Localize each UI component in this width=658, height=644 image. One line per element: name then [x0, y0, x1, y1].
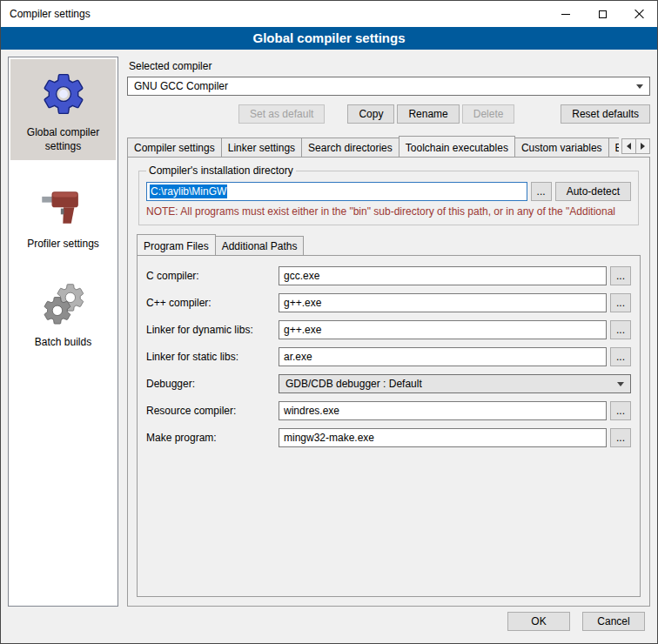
static-linker-input[interactable] — [279, 347, 607, 366]
make-program-browse-button[interactable]: ... — [610, 428, 631, 447]
selected-compiler-dropdown[interactable]: GNU GCC Compiler — [127, 77, 650, 96]
minimize-icon — [561, 14, 570, 15]
gray-gears-icon — [37, 278, 90, 330]
resource-compiler-input[interactable] — [279, 401, 607, 420]
sidebar-item-label: Profiler settings — [27, 238, 99, 252]
form-row-c-compiler: C compiler: ... — [146, 266, 631, 285]
program-files-tabs: Program Files Additional Paths — [137, 234, 641, 255]
sidebar-item-batch-builds[interactable]: Batch builds — [10, 269, 116, 357]
cpp-compiler-browse-button[interactable]: ... — [610, 293, 631, 312]
tab-additional-paths[interactable]: Additional Paths — [215, 236, 305, 255]
make-program-input[interactable] — [279, 428, 607, 447]
form-row-make-program: Make program: ... — [146, 428, 631, 447]
program-files-panel: C compiler: ... C++ compiler: ... Linker… — [137, 255, 641, 597]
reset-defaults-button[interactable]: Reset defaults — [561, 104, 650, 124]
compiler-settings-tabs: Compiler settings Linker settings Search… — [127, 136, 650, 157]
installation-directory-legend: Compiler's installation directory — [146, 164, 296, 177]
delete-button: Delete — [462, 104, 515, 124]
dynamic-linker-label: Linker for dynamic libs: — [146, 324, 275, 336]
arrow-right-icon — [641, 143, 645, 150]
installation-directory-input[interactable]: C:\raylib\MinGW — [146, 182, 527, 201]
tab-scroll-right-button[interactable] — [635, 138, 650, 154]
maximize-icon — [599, 10, 607, 18]
form-row-cpp-compiler: C++ compiler: ... — [146, 293, 631, 312]
blue-gear-icon — [37, 68, 90, 120]
toolchain-executables-panel: Compiler's installation directory C:\ray… — [127, 157, 650, 607]
installation-directory-group: Compiler's installation directory C:\ray… — [138, 164, 639, 225]
static-linker-label: Linker for static libs: — [146, 351, 275, 363]
selected-compiler-label: Selected compiler — [129, 60, 650, 72]
auto-detect-button[interactable]: Auto-detect — [555, 182, 631, 201]
tab-compiler-settings[interactable]: Compiler settings — [127, 138, 222, 157]
installation-directory-browse-button[interactable]: ... — [531, 182, 552, 201]
tab-search-directories[interactable]: Search directories — [301, 138, 400, 157]
installation-directory-value: C:\raylib\MinGW — [150, 184, 227, 198]
close-icon — [634, 9, 644, 19]
sidebar-item-profiler-settings[interactable]: Profiler settings — [10, 171, 116, 258]
make-program-label: Make program: — [146, 432, 275, 444]
sidebar-item-global-compiler-settings[interactable]: Global compiler settings — [10, 59, 116, 160]
dynamic-linker-browse-button[interactable]: ... — [610, 320, 631, 339]
set-as-default-button: Set as default — [238, 104, 325, 124]
debugger-value: GDB/CDB debugger : Default — [285, 378, 422, 390]
tab-toolchain-executables[interactable]: Toolchain executables — [399, 136, 515, 157]
titlebar: Compiler settings — [1, 1, 657, 27]
c-compiler-label: C compiler: — [146, 270, 275, 282]
debugger-dropdown[interactable]: GDB/CDB debugger : Default — [279, 374, 631, 393]
selected-compiler-value: GNU GCC Compiler — [134, 80, 228, 92]
form-row-debugger: Debugger: GDB/CDB debugger : Default — [146, 374, 631, 393]
settings-sidebar: Global compiler settings Profiler settin… — [8, 57, 118, 607]
copy-button[interactable]: Copy — [347, 104, 394, 124]
close-button[interactable] — [621, 1, 657, 27]
static-linker-browse-button[interactable]: ... — [610, 347, 631, 366]
form-row-dynamic-linker: Linker for dynamic libs: ... — [146, 320, 631, 339]
tabs-scroller: Compiler settings Linker settings Search… — [127, 136, 619, 157]
debugger-label: Debugger: — [146, 378, 275, 390]
c-compiler-browse-button[interactable]: ... — [610, 266, 631, 285]
cancel-button[interactable]: Cancel — [582, 612, 645, 631]
tab-program-files[interactable]: Program Files — [137, 234, 216, 255]
c-compiler-input[interactable] — [279, 266, 607, 285]
tab-scroll-buttons — [621, 138, 650, 154]
chevron-down-icon — [636, 84, 643, 89]
bin-subdirectory-note: NOTE: All programs must exist either in … — [146, 205, 631, 218]
resource-compiler-browse-button[interactable]: ... — [610, 401, 631, 420]
tab-custom-variables[interactable]: Custom variables — [514, 138, 609, 157]
maximize-button[interactable] — [584, 1, 621, 27]
cpp-compiler-input[interactable] — [279, 293, 607, 312]
page-title: Global compiler settings — [1, 27, 657, 50]
compiler-settings-window: Compiler settings Global compiler settin… — [0, 0, 658, 644]
cpp-compiler-label: C++ compiler: — [146, 297, 275, 309]
resource-compiler-label: Resource compiler: — [146, 405, 275, 417]
window-title: Compiler settings — [1, 1, 547, 27]
dynamic-linker-input[interactable] — [279, 320, 607, 339]
ok-button[interactable]: OK — [507, 612, 570, 631]
tab-build-options[interactable]: Buil — [608, 138, 619, 157]
tab-linker-settings[interactable]: Linker settings — [221, 138, 302, 157]
rename-button[interactable]: Rename — [397, 104, 459, 124]
minimize-button[interactable] — [547, 1, 584, 27]
dialog-footer: OK Cancel — [1, 608, 657, 643]
tab-scroll-left-button[interactable] — [621, 138, 636, 154]
profiler-tool-icon — [37, 179, 90, 231]
form-row-static-linker: Linker for static libs: ... — [146, 347, 631, 366]
sidebar-item-label: Batch builds — [35, 336, 91, 350]
sidebar-item-label: Global compiler settings — [13, 126, 113, 153]
arrow-left-icon — [627, 143, 631, 150]
compiler-actions: Set as default Copy Rename Delete Reset … — [127, 104, 650, 124]
chevron-down-icon — [617, 382, 624, 386]
form-row-resource-compiler: Resource compiler: ... — [146, 401, 631, 420]
